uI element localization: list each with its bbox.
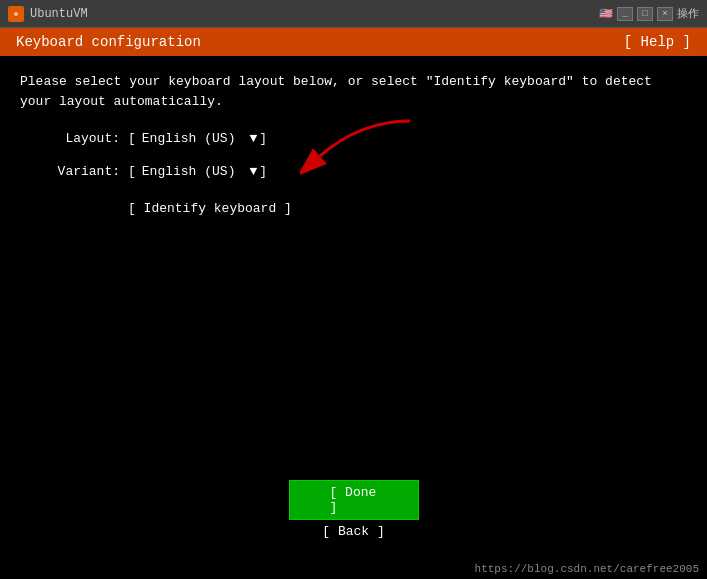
minimize-button[interactable]: _: [617, 7, 633, 21]
back-button[interactable]: [ Back ]: [289, 524, 419, 539]
close-button[interactable]: ×: [657, 7, 673, 21]
titlebar: UbuntuVM 🇺🇸 _ □ × 操作: [0, 0, 707, 28]
variant-bracket-open: [: [128, 164, 136, 179]
ubuntu-icon: [8, 6, 24, 22]
header-help[interactable]: [ Help ]: [624, 34, 691, 50]
watermark-url: https://blog.csdn.net/carefree2005: [475, 563, 699, 575]
layout-bracket-open: [: [128, 131, 136, 146]
vm-screen: Keyboard configuration [ Help ] Please s…: [0, 28, 707, 579]
titlebar-left: UbuntuVM: [8, 6, 88, 22]
layout-value: English (US): [138, 131, 240, 146]
identify-keyboard-button[interactable]: [ Identify keyboard ]: [128, 201, 687, 216]
bottom-buttons: [ Done ] [ Back ]: [0, 480, 707, 539]
variant-label: Variant:: [20, 164, 120, 179]
layout-row: Layout: [ English (US) ▼ ]: [20, 131, 687, 146]
done-button[interactable]: [ Done ]: [289, 480, 419, 520]
variant-value: English (US): [138, 164, 240, 179]
variant-dropdown-icon: ▼: [249, 164, 257, 179]
layout-dropdown-icon: ▼: [249, 131, 257, 146]
layout-select[interactable]: [ English (US) ▼ ]: [128, 131, 267, 146]
description-text: Please select your keyboard layout below…: [20, 72, 687, 111]
titlebar-title: UbuntuVM: [30, 7, 88, 21]
variant-row: Variant: [ English (US) ▼ ]: [20, 164, 687, 179]
variant-bracket-close: ]: [259, 164, 267, 179]
maximize-button[interactable]: □: [637, 7, 653, 21]
operations-menu[interactable]: 操作: [677, 6, 699, 21]
header-bar: Keyboard configuration [ Help ]: [0, 28, 707, 56]
header-title: Keyboard configuration: [16, 34, 201, 50]
variant-select[interactable]: [ English (US) ▼ ]: [128, 164, 267, 179]
layout-bracket-close: ]: [259, 131, 267, 146]
flag-icon: 🇺🇸: [599, 7, 613, 20]
layout-label: Layout:: [20, 131, 120, 146]
svg-point-1: [14, 12, 18, 16]
titlebar-right: 🇺🇸 _ □ × 操作: [599, 6, 699, 21]
